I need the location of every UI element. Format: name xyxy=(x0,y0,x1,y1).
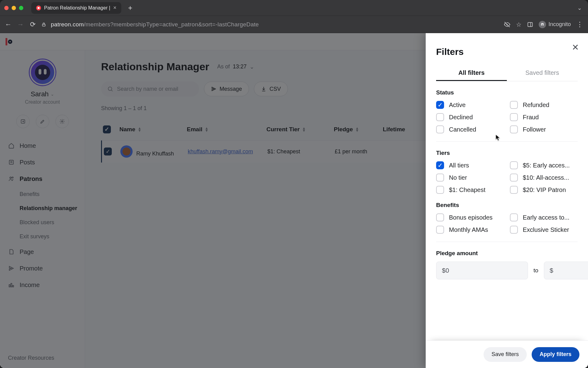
pledge-max-input[interactable] xyxy=(544,262,588,279)
pledge-to-label: to xyxy=(533,267,538,274)
filters-panel: ✕ Filters All filters Saved filters Stat… xyxy=(426,33,588,368)
tabs-overflow-icon[interactable]: ⌄ xyxy=(575,5,584,11)
nav-back-button[interactable]: ← xyxy=(4,21,12,29)
tab-close-icon[interactable]: × xyxy=(113,5,117,11)
favicon-patreon xyxy=(36,6,41,10)
status-active[interactable]: ✓Active xyxy=(436,101,504,109)
close-panel-button[interactable]: ✕ xyxy=(572,42,579,52)
status-follower[interactable]: Follower xyxy=(510,125,578,133)
tab-title: Patron Relationship Manager | xyxy=(44,5,110,11)
pledge-heading: Pledge amount xyxy=(436,250,578,257)
lock-icon[interactable] xyxy=(41,22,47,27)
tier-1[interactable]: $1: Cheapest xyxy=(436,186,504,194)
apply-filters-button[interactable]: Apply filters xyxy=(532,347,579,362)
filter-tabs: All filters Saved filters xyxy=(436,66,578,81)
svg-point-4 xyxy=(543,24,544,25)
browser-tab[interactable]: Patron Relationship Manager | × xyxy=(31,2,121,14)
benefit-ama[interactable]: Monthly AMAs xyxy=(436,226,504,234)
browser-menu-icon[interactable]: ⋮ xyxy=(576,21,584,29)
status-declined[interactable]: Declined xyxy=(436,113,504,121)
star-icon[interactable]: ☆ xyxy=(516,21,522,28)
url-path: /members?membershipType=active_patron&so… xyxy=(84,21,259,28)
tier-none[interactable]: No tier xyxy=(436,174,504,182)
tier-20[interactable]: $20: VIP Patron xyxy=(510,186,578,194)
window-zoom[interactable] xyxy=(19,6,23,10)
incognito-indicator[interactable]: Incognito xyxy=(539,21,571,28)
svg-point-3 xyxy=(541,24,542,25)
benefits-heading: Benefits xyxy=(436,202,578,209)
panel-title: Filters xyxy=(436,47,578,57)
svg-rect-0 xyxy=(42,24,45,26)
eye-off-icon[interactable] xyxy=(504,21,511,28)
status-cancelled[interactable]: Cancelled xyxy=(436,125,504,133)
window-minimize[interactable] xyxy=(12,6,16,10)
tab-all-filters[interactable]: All filters xyxy=(436,66,507,81)
benefit-early[interactable]: Early access to... xyxy=(510,213,578,221)
incognito-icon xyxy=(539,21,546,28)
window-close[interactable] xyxy=(4,6,9,10)
window-titlebar: Patron Relationship Manager | × + ⌄ xyxy=(0,0,588,16)
new-tab-button[interactable]: + xyxy=(125,4,135,12)
status-fraud[interactable]: Fraud xyxy=(510,113,578,121)
benefit-bonus[interactable]: Bonus episodes xyxy=(436,213,504,221)
benefit-sticker[interactable]: Exclusive Sticker xyxy=(510,226,578,234)
tab-saved-filters[interactable]: Saved filters xyxy=(507,66,578,81)
address-bar: ← → ⟳ patreon.com/members?membershipType… xyxy=(0,16,588,33)
status-refunded[interactable]: Refunded xyxy=(510,101,578,109)
svg-rect-1 xyxy=(528,22,532,26)
incognito-label: Incognito xyxy=(548,21,571,28)
status-heading: Status xyxy=(436,89,578,96)
nav-reload-button[interactable]: ⟳ xyxy=(29,21,37,29)
window-controls[interactable] xyxy=(4,6,23,10)
url-domain: patreon.com xyxy=(51,21,84,28)
tier-10[interactable]: $10: All-access... xyxy=(510,174,578,182)
tier-5[interactable]: $5: Early acces... xyxy=(510,161,578,169)
tier-all[interactable]: ✓All tiers xyxy=(436,161,504,169)
tiers-heading: Tiers xyxy=(436,150,578,156)
save-filters-button[interactable]: Save filters xyxy=(484,347,527,362)
panel-toggle-icon[interactable] xyxy=(527,21,533,28)
panel-footer: Save filters Apply filters xyxy=(426,340,588,368)
nav-forward-button[interactable]: → xyxy=(17,21,24,29)
url-field[interactable]: patreon.com/members?membershipType=activ… xyxy=(51,21,499,28)
pledge-min-input[interactable] xyxy=(436,262,528,279)
